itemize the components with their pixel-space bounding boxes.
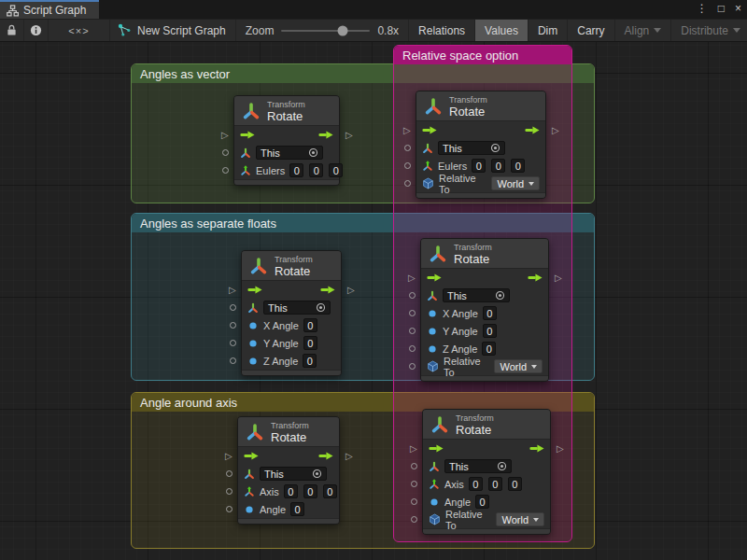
value-input[interactable]: 0 xyxy=(475,495,489,509)
graph-canvas[interactable]: Angles as vectorAngles as separate float… xyxy=(0,42,747,560)
zoom-slider[interactable] xyxy=(281,30,370,32)
value-input[interactable]: 0 xyxy=(508,477,522,491)
value-input-port[interactable] xyxy=(230,340,236,346)
flow-input-port[interactable]: ▷ xyxy=(410,444,417,453)
node-header[interactable]: TransformRotate xyxy=(421,239,548,269)
value-input[interactable]: 0 xyxy=(482,342,496,356)
value-input-port[interactable] xyxy=(411,463,417,469)
flow-in-arrow-icon[interactable] xyxy=(422,126,437,134)
node-transform-rotate[interactable]: TransformRotate▷▷ This Axis000Angle0 Rel… xyxy=(422,409,551,535)
value-input[interactable]: 0 xyxy=(309,163,323,177)
value-input-port[interactable] xyxy=(230,304,236,311)
node-header[interactable]: TransformRotate xyxy=(423,410,550,440)
value-input[interactable]: 0 xyxy=(289,163,303,177)
value-input-port[interactable] xyxy=(404,145,411,151)
toolbar-button-carry[interactable]: Carry xyxy=(567,20,613,41)
value-input-port[interactable] xyxy=(409,292,416,299)
group-header[interactable]: Relative space option xyxy=(394,46,571,64)
node-header[interactable]: TransformRotate xyxy=(234,96,339,126)
flow-output-port[interactable]: ▷ xyxy=(345,131,353,139)
toolbar-button-values[interactable]: Values xyxy=(474,20,528,41)
value-input[interactable]: 0 xyxy=(488,477,502,491)
info-button[interactable] xyxy=(24,20,49,41)
lock-button[interactable] xyxy=(0,20,24,41)
value-input[interactable]: 0 xyxy=(483,324,497,338)
flow-output-port[interactable]: ▷ xyxy=(347,286,355,294)
node-transform-rotate[interactable]: TransformRotate▷▷ ThisX Angle0Y Angle0Z … xyxy=(420,238,549,382)
flow-in-arrow-icon[interactable] xyxy=(429,444,444,453)
value-input[interactable]: 0 xyxy=(511,159,525,173)
value-input[interactable]: 0 xyxy=(284,484,298,498)
flow-out-arrow-icon[interactable] xyxy=(318,452,333,460)
toolbar-button-relations[interactable]: Relations xyxy=(408,20,474,41)
enum-dropdown[interactable]: World xyxy=(496,512,544,526)
value-input-port[interactable] xyxy=(230,357,236,364)
flow-out-arrow-icon[interactable] xyxy=(525,126,540,134)
zoom-slider-handle[interactable] xyxy=(337,25,347,35)
flow-input-port[interactable]: ▷ xyxy=(403,126,411,134)
node-header[interactable]: TransformRotate xyxy=(242,251,341,281)
maximize-icon[interactable]: □ xyxy=(718,1,725,16)
tab-script-graph[interactable]: Script Graph xyxy=(0,0,99,19)
flow-output-port[interactable]: ▷ xyxy=(552,126,559,134)
more-icon[interactable]: ⋮ xyxy=(697,1,708,16)
value-input-port[interactable] xyxy=(409,345,416,352)
value-input-port[interactable] xyxy=(226,488,233,495)
toolbar-button-distribute[interactable]: Distribute xyxy=(670,20,747,41)
value-input[interactable]: 0 xyxy=(323,484,337,498)
flow-out-arrow-icon[interactable] xyxy=(318,131,333,139)
object-picker-field[interactable]: This xyxy=(260,467,327,481)
value-input[interactable]: 0 xyxy=(303,336,317,350)
object-picker-field[interactable]: This xyxy=(438,141,505,155)
value-input-port[interactable] xyxy=(404,162,411,169)
flow-in-arrow-icon[interactable] xyxy=(244,452,259,460)
value-input-port[interactable] xyxy=(230,322,236,329)
node-header[interactable]: TransformRotate xyxy=(238,417,339,447)
flow-out-arrow-icon[interactable] xyxy=(528,273,543,282)
flow-out-arrow-icon[interactable] xyxy=(529,444,544,453)
enum-dropdown[interactable]: World xyxy=(491,176,540,190)
object-picker-field[interactable]: This xyxy=(263,301,331,315)
node-header[interactable]: TransformRotate xyxy=(416,91,545,121)
value-input-port[interactable] xyxy=(409,363,416,370)
flow-output-port[interactable]: ▷ xyxy=(557,444,564,453)
object-picker-field[interactable]: This xyxy=(256,146,323,160)
flow-output-port[interactable]: ▷ xyxy=(345,452,353,460)
value-input-port[interactable] xyxy=(409,310,416,316)
value-input-port[interactable] xyxy=(409,328,416,334)
flow-out-arrow-icon[interactable] xyxy=(320,286,335,294)
value-input[interactable]: 0 xyxy=(290,502,304,516)
flow-input-port[interactable]: ▷ xyxy=(221,131,229,139)
node-transform-rotate[interactable]: TransformRotate▷▷ ThisX Angle0Y Angle0Z … xyxy=(241,250,342,376)
code-preview-button[interactable]: <×> xyxy=(49,20,110,41)
flow-output-port[interactable]: ▷ xyxy=(555,273,562,282)
value-input[interactable]: 0 xyxy=(303,354,317,368)
flow-in-arrow-icon[interactable] xyxy=(427,273,442,282)
object-picker-field[interactable]: This xyxy=(443,288,510,302)
toolbar-button-dim[interactable]: Dim xyxy=(528,20,567,41)
value-input-port[interactable] xyxy=(411,516,417,523)
object-picker-field[interactable]: This xyxy=(444,459,512,473)
node-transform-rotate[interactable]: TransformRotate▷▷ This Axis000Angle0 xyxy=(237,416,340,525)
flow-input-port[interactable]: ▷ xyxy=(408,273,416,282)
value-input-port[interactable] xyxy=(404,180,411,187)
value-input[interactable]: 0 xyxy=(483,306,497,320)
value-input-port[interactable] xyxy=(411,498,417,505)
flow-in-arrow-icon[interactable] xyxy=(240,131,255,139)
value-input-port[interactable] xyxy=(226,470,233,477)
toolbar-button-align[interactable]: Align xyxy=(614,20,671,41)
node-transform-rotate[interactable]: TransformRotate▷▷ This Eulers000 Relativ… xyxy=(416,91,546,199)
value-input-port[interactable] xyxy=(226,506,233,512)
value-input-port[interactable] xyxy=(411,481,417,487)
value-input[interactable]: 0 xyxy=(472,159,486,173)
node-transform-rotate[interactable]: TransformRotate▷▷ This Eulers000 xyxy=(233,95,340,186)
value-input[interactable]: 0 xyxy=(303,484,317,498)
flow-in-arrow-icon[interactable] xyxy=(247,286,262,294)
value-input-port[interactable] xyxy=(222,149,229,156)
value-input[interactable]: 0 xyxy=(303,318,317,332)
flow-input-port[interactable]: ▷ xyxy=(225,452,233,460)
enum-dropdown[interactable]: World xyxy=(494,359,543,373)
flow-input-port[interactable]: ▷ xyxy=(229,286,236,294)
close-icon[interactable]: × xyxy=(735,1,741,16)
value-input[interactable]: 0 xyxy=(491,159,505,173)
